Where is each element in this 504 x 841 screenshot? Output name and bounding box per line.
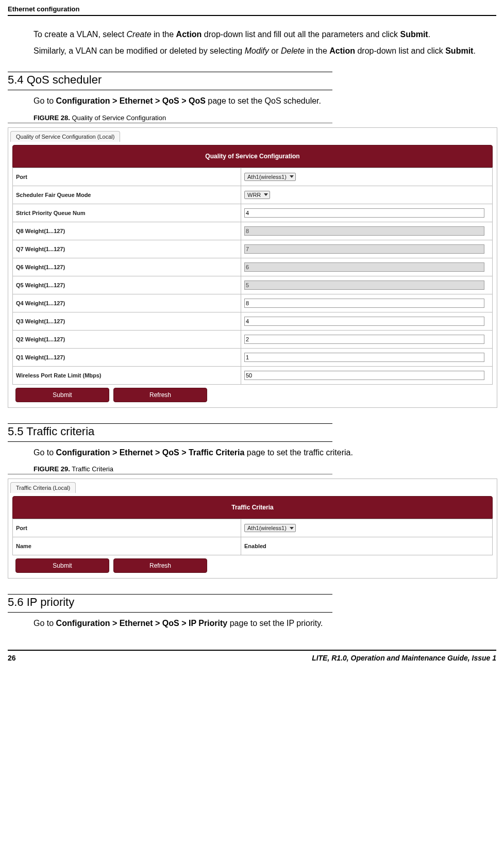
q4-label: Q4 Weight(1...127) <box>13 294 241 312</box>
nav-path: Configuration > Ethernet > QoS > IP Prio… <box>56 619 228 628</box>
text: Similarly, a VLAN can be modified or del… <box>33 46 245 55</box>
figure-divider <box>8 123 332 123</box>
section-divider <box>8 423 332 424</box>
traffic-criteria-banner: Traffic Criteria <box>12 496 493 519</box>
strict-priority-input[interactable] <box>244 208 484 218</box>
port-dropdown[interactable]: Ath1(wireless1) <box>244 173 296 181</box>
q2-label: Q2 Weight(1...127) <box>13 330 241 348</box>
text: in the <box>152 30 176 39</box>
text: drop-down list and click <box>355 46 445 55</box>
q5-label: Q5 Weight(1...127) <box>13 276 241 294</box>
submit-button[interactable]: Submit <box>15 558 109 573</box>
text: To create a VLAN, select <box>33 30 127 39</box>
q6-input <box>244 262 484 272</box>
submit-word: Submit <box>445 46 473 55</box>
refresh-button[interactable]: Refresh <box>113 558 207 573</box>
action-word: Action <box>176 30 202 39</box>
scheduler-label: Scheduler Fair Queue Mode <box>13 186 241 204</box>
q3-label: Q3 Weight(1...127) <box>13 312 241 330</box>
tc-port-label: Port <box>13 519 241 537</box>
figure-label: FIGURE 28. <box>33 114 70 122</box>
text: Go to <box>33 619 56 628</box>
text: page to set the QoS scheduler. <box>206 96 321 105</box>
text: drop-down list and fill out all the para… <box>201 30 400 39</box>
traffic-criteria-table: Port Ath1(wireless1) Name Enabled <box>12 519 493 555</box>
text: page to set the traffic criteria. <box>244 448 352 457</box>
figure-28-caption: FIGURE 28. Quality of Service Configurat… <box>33 114 496 122</box>
section-5-4-body: Go to Configuration > Ethernet > QoS > Q… <box>33 95 496 107</box>
figure-label: FIGURE 29. <box>33 465 70 473</box>
chevron-down-icon <box>264 193 268 196</box>
delete-word: Delete <box>281 46 305 55</box>
section-divider <box>8 612 332 613</box>
section-divider <box>8 441 332 442</box>
q1-label: Q1 Weight(1...127) <box>13 348 241 366</box>
q8-label: Q8 Weight(1...127) <box>13 222 241 240</box>
page-number: 26 <box>8 654 16 662</box>
figure-title: Traffic Criteria <box>70 465 113 473</box>
strict-priority-label: Strict Priority Queue Num <box>13 204 241 222</box>
intro-paragraph-2: Similarly, a VLAN can be modified or del… <box>33 45 496 57</box>
text: Go to <box>33 448 56 457</box>
figure-29-caption: FIGURE 29. Traffic Criteria <box>33 465 496 473</box>
section-5-4-heading: 5.4 QoS scheduler <box>8 73 496 87</box>
traffic-criteria-panel: Traffic Criteria (Local) Traffic Criteri… <box>8 479 497 579</box>
section-divider <box>8 594 332 595</box>
traffic-criteria-tab[interactable]: Traffic Criteria (Local) <box>10 482 76 493</box>
refresh-button[interactable]: Refresh <box>113 388 207 402</box>
q3-input[interactable] <box>244 317 484 326</box>
text: or <box>269 46 281 55</box>
text: in the <box>305 46 329 55</box>
tc-name-header: Enabled <box>241 537 493 555</box>
create-word: Create <box>127 30 152 39</box>
text: Go to <box>33 96 56 105</box>
qos-form-table: Port Ath1(wireless1) Scheduler Fair Queu… <box>12 168 493 385</box>
text: page to set the IP priority. <box>227 619 323 628</box>
q8-input <box>244 226 484 236</box>
intro-paragraph-1: To create a VLAN, select Create in the A… <box>33 29 496 40</box>
q5-input <box>244 281 484 290</box>
tc-name-label: Name <box>13 537 241 555</box>
section-5-5-heading: 5.5 Traffic criteria <box>8 425 496 438</box>
chapter-header: Ethernet configuration <box>8 5 496 16</box>
q1-input[interactable] <box>244 353 484 362</box>
text: . <box>473 46 475 55</box>
submit-word: Submit <box>400 30 428 39</box>
scheduler-value: WRR <box>247 192 261 198</box>
rate-limit-input[interactable] <box>244 371 484 380</box>
figure-title: Quality of Service Configuration <box>70 114 166 122</box>
submit-button[interactable]: Submit <box>15 388 109 402</box>
section-5-6-heading: 5.6 IP priority <box>8 596 496 609</box>
port-label: Port <box>13 168 241 186</box>
text: . <box>428 30 430 39</box>
chevron-down-icon <box>290 527 294 530</box>
nav-path: Configuration > Ethernet > QoS > QoS <box>56 96 206 105</box>
section-divider <box>8 90 332 90</box>
port-value: Ath1(wireless1) <box>247 174 287 180</box>
q2-input[interactable] <box>244 335 484 344</box>
modify-word: Modify <box>245 46 269 55</box>
q6-label: Q6 Weight(1...127) <box>13 258 241 276</box>
nav-path: Configuration > Ethernet > QoS > Traffic… <box>56 448 245 457</box>
q4-input[interactable] <box>244 299 484 308</box>
section-5-5-body: Go to Configuration > Ethernet > QoS > T… <box>33 447 496 458</box>
q7-input <box>244 244 484 254</box>
section-5-6-body: Go to Configuration > Ethernet > QoS > I… <box>33 618 496 629</box>
figure-divider <box>8 474 332 474</box>
qos-banner: Quality of Service Configuration <box>12 145 493 168</box>
qos-configuration-panel: Quality of Service Configuration (Local)… <box>8 127 497 408</box>
qos-tab[interactable]: Quality of Service Configuration (Local) <box>10 131 120 142</box>
q7-label: Q7 Weight(1...127) <box>13 240 241 258</box>
tc-port-dropdown[interactable]: Ath1(wireless1) <box>244 524 296 532</box>
chevron-down-icon <box>290 175 294 178</box>
scheduler-dropdown[interactable]: WRR <box>244 191 270 199</box>
page-footer: 26 LITE, R1.0, Operation and Maintenance… <box>8 650 496 662</box>
tc-port-value: Ath1(wireless1) <box>247 525 287 531</box>
action-word: Action <box>329 46 355 55</box>
rate-limit-label: Wireless Port Rate Limit (Mbps) <box>13 366 241 384</box>
doc-title-footer: LITE, R1.0, Operation and Maintenance Gu… <box>312 654 496 662</box>
section-divider <box>8 72 332 72</box>
